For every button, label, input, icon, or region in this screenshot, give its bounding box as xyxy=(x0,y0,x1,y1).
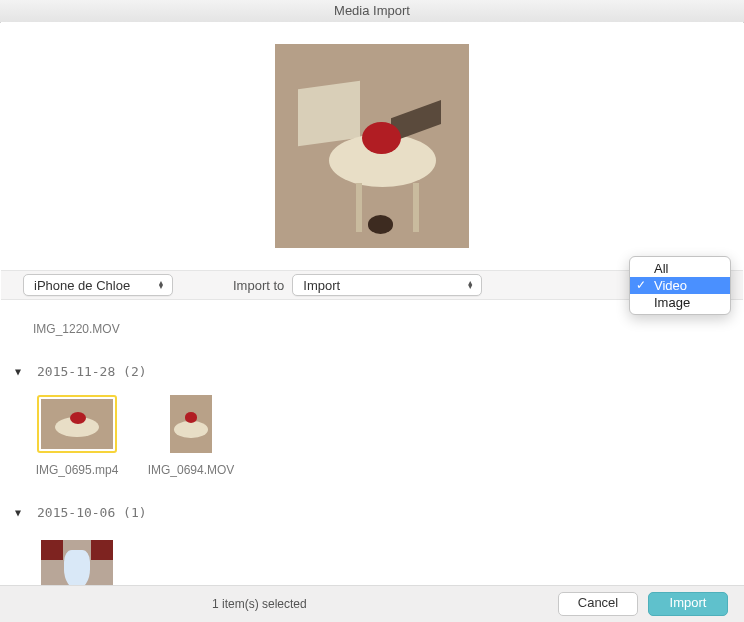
filter-option-image[interactable]: Image xyxy=(630,294,730,311)
group-title: 2015-11-28 (2) xyxy=(37,364,147,379)
disclosure-triangle-icon[interactable]: ▼ xyxy=(11,506,25,520)
filter-option-all[interactable]: All xyxy=(630,260,730,277)
media-thumb[interactable]: IMG_0695.mp4 xyxy=(35,395,119,477)
updown-icon xyxy=(465,281,475,289)
thumb-image xyxy=(41,540,113,586)
import-button[interactable]: Import xyxy=(648,592,728,616)
media-filename: IMG_0694.MOV xyxy=(148,463,235,477)
group-title: 2015-10-06 (1) xyxy=(37,505,147,520)
preview-image xyxy=(275,44,469,248)
footer-bar: 1 item(s) selected Cancel Import xyxy=(0,585,744,622)
group-header[interactable]: ▼ 2015-11-28 (2) xyxy=(11,364,737,379)
import-to-value: Import xyxy=(303,278,340,293)
selection-status: 1 item(s) selected xyxy=(212,597,307,611)
filter-option-video[interactable]: Video xyxy=(630,277,730,294)
main-area: iPhone de Chloe Import to Import All Vid… xyxy=(1,22,743,586)
thumb-image xyxy=(170,395,212,453)
thumb-row xyxy=(35,536,737,586)
device-select[interactable]: iPhone de Chloe xyxy=(23,274,173,296)
import-to-select[interactable]: Import xyxy=(292,274,482,296)
media-thumb[interactable]: IMG_0694.MOV xyxy=(149,395,233,477)
disclosure-triangle-icon[interactable]: ▼ xyxy=(11,365,25,379)
media-list[interactable]: IMG_1220.MOV ▼ 2015-11-28 (2) IMG_0695.m… xyxy=(1,322,743,586)
preview-area xyxy=(1,22,743,270)
media-thumb[interactable] xyxy=(35,536,119,586)
window-titlebar: Media Import xyxy=(0,0,744,23)
media-filename: IMG_0695.mp4 xyxy=(36,463,119,477)
thumb-row: IMG_0695.mp4 IMG_0694.MOV xyxy=(35,395,737,477)
filter-menu: All Video Image xyxy=(629,256,731,315)
cancel-button[interactable]: Cancel xyxy=(558,592,638,616)
import-to-label: Import to xyxy=(233,278,284,293)
thumb-image xyxy=(41,399,113,449)
group-header[interactable]: ▼ 2015-10-06 (1) xyxy=(11,505,737,520)
media-filename: IMG_1220.MOV xyxy=(33,322,737,336)
updown-icon xyxy=(156,281,166,289)
window-title: Media Import xyxy=(334,3,410,18)
import-toolbar: iPhone de Chloe Import to Import All Vid… xyxy=(1,270,743,300)
device-select-value: iPhone de Chloe xyxy=(34,278,130,293)
